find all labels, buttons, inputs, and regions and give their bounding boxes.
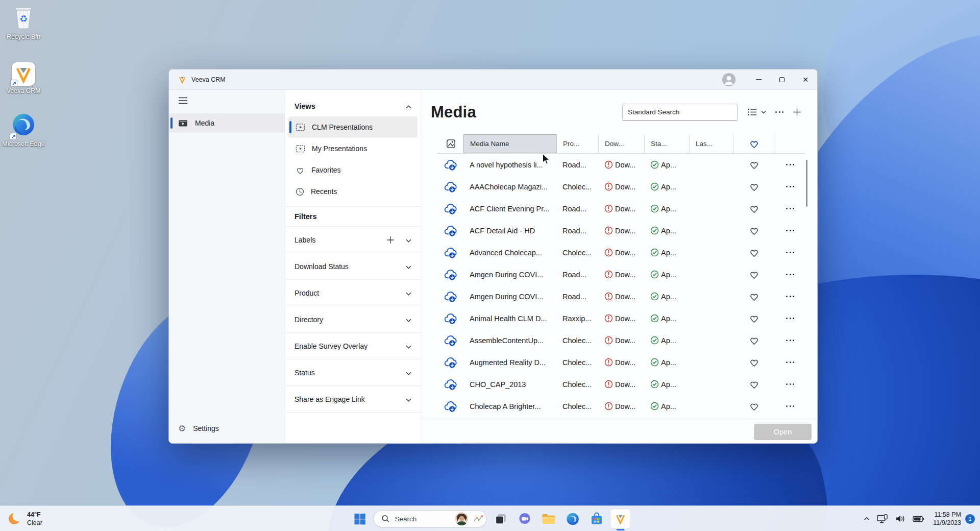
tray-date: 11/9/2023 (933, 519, 961, 527)
standard-search-input[interactable] (622, 104, 738, 121)
user-avatar[interactable] (722, 73, 736, 86)
open-button[interactable]: Open (754, 424, 812, 440)
desktop-icon-recycle-bin[interactable]: ♻ Recycle Bin (0, 5, 47, 41)
filters-header: Filters (285, 206, 421, 227)
weather-widget[interactable]: 44°F Clear (7, 506, 42, 531)
column-header-product[interactable]: Pro... (556, 134, 598, 153)
cloud-download-icon (438, 269, 463, 281)
sidebar-item-media[interactable]: Media (169, 113, 285, 133)
filter-row[interactable]: Download Status (285, 253, 421, 280)
taskbar-search[interactable]: Search (374, 510, 487, 527)
more-options-button[interactable] (771, 104, 788, 121)
table-row[interactable]: Augmented Reality D... Cholec... Dow... … (438, 351, 805, 373)
views-header[interactable]: Views (285, 96, 421, 116)
favorite-heart-button[interactable] (733, 357, 775, 367)
favorite-heart-button[interactable] (733, 292, 775, 301)
edge-button[interactable] (562, 509, 583, 529)
check-icon (650, 292, 659, 301)
view-item[interactable]: My Presentations (288, 138, 418, 159)
view-item[interactable]: CLM Presentations (288, 116, 418, 138)
table-scrollbar[interactable] (806, 160, 807, 207)
tray-network-button[interactable] (873, 514, 892, 523)
add-label-button[interactable] (386, 236, 395, 244)
tray-clock[interactable]: 11:58 PM 11/9/2023 (933, 511, 961, 527)
column-header-media-name[interactable]: Media Name (463, 134, 556, 153)
tray-chevron-up-button[interactable] (860, 517, 873, 521)
notification-badge[interactable]: 1 (965, 514, 975, 524)
row-more-button[interactable] (775, 252, 805, 253)
task-view-button[interactable] (491, 509, 511, 529)
file-explorer-button[interactable] (538, 509, 559, 529)
add-button[interactable] (788, 104, 806, 121)
filter-row[interactable]: Directory (285, 306, 421, 333)
close-button[interactable]: ✕ (794, 69, 817, 89)
chat-button[interactable] (514, 509, 535, 529)
column-header-favorite[interactable] (733, 134, 775, 153)
favorite-heart-button[interactable] (733, 182, 775, 191)
filter-row[interactable]: Product (285, 280, 421, 306)
cloud-download-icon (438, 203, 463, 215)
favorite-heart-button[interactable] (733, 204, 775, 213)
table-row[interactable]: Amgen During COVI... Road... Dow... Ap..… (438, 285, 805, 307)
column-header-last[interactable]: Las... (689, 134, 733, 153)
row-more-button[interactable] (775, 274, 805, 275)
check-icon (650, 314, 659, 323)
table-row[interactable]: Cholecap A Brighter... Cholec... Dow... … (438, 395, 805, 417)
favorite-heart-button[interactable] (733, 270, 775, 279)
favorite-heart-button[interactable] (733, 160, 775, 170)
table-row[interactable]: AssembleContentUp... Cholec... Dow... Ap… (438, 329, 805, 351)
favorite-heart-button[interactable] (733, 335, 775, 345)
tray-volume-button[interactable] (892, 515, 909, 523)
heart-icon (749, 401, 760, 411)
hamburger-menu-button[interactable] (178, 97, 188, 106)
minimize-button[interactable] (747, 69, 770, 89)
column-header-status[interactable]: Sta... (644, 134, 689, 153)
start-button[interactable] (350, 509, 370, 529)
favorite-heart-button[interactable] (733, 226, 775, 235)
table-row[interactable]: ACF Detail Aid - HD Road... Dow... Ap... (438, 220, 805, 242)
tray-time: 11:58 PM (933, 511, 961, 519)
microsoft-store-button[interactable] (586, 509, 607, 529)
table-row[interactable]: ACF Client Evening Pr... Road... Dow... … (438, 198, 805, 220)
view-item[interactable]: Recents (288, 181, 418, 202)
table-row[interactable]: Animal Health CLM D... Raxxip... Dow... … (438, 307, 805, 329)
row-more-button[interactable] (775, 361, 805, 363)
tray-battery-button[interactable] (909, 516, 928, 522)
row-more-button[interactable] (775, 383, 805, 385)
favorite-heart-button[interactable] (733, 379, 775, 389)
favorite-heart-button[interactable] (733, 248, 775, 257)
row-more-button[interactable] (775, 230, 805, 231)
alert-icon (604, 292, 613, 301)
favorite-heart-button[interactable] (733, 313, 775, 323)
favorite-heart-button[interactable] (733, 401, 775, 411)
row-more-button[interactable] (775, 186, 805, 187)
table-row[interactable]: Advanced Cholecap... Cholec... Dow... Ap… (438, 242, 805, 263)
column-header-download[interactable]: Dow... (598, 134, 644, 153)
veeva-crm-taskbar-button[interactable] (610, 509, 631, 529)
filter-row[interactable]: Enable Survey Overlay (285, 333, 421, 359)
heart-icon (749, 226, 760, 235)
desktop-icon-microsoft-edge[interactable]: Microsoft Edge (0, 112, 47, 149)
alert-icon (604, 248, 613, 257)
row-more-button[interactable] (775, 405, 805, 407)
row-more-button[interactable] (775, 340, 805, 341)
thumbnail-column-header[interactable] (438, 134, 463, 153)
table-row[interactable]: A novel hypothesis li... Road... Dow... … (438, 154, 805, 176)
maximize-button[interactable] (770, 69, 794, 89)
filter-row[interactable]: Labels (285, 227, 421, 253)
cloud-download-icon (438, 181, 463, 193)
sidebar-item-settings[interactable]: ⚙ Settings (169, 420, 285, 437)
table-row[interactable]: AAACholecap Magazi... Cholec... Dow... A… (438, 176, 805, 198)
list-view-button[interactable] (743, 104, 771, 121)
row-more-button[interactable] (775, 164, 805, 165)
desktop-icon-veeva-crm[interactable]: Veeva CRM (0, 62, 47, 95)
table-row[interactable]: Amgen During COVI... Road... Dow... Ap..… (438, 263, 805, 285)
cloud-download-icon (438, 291, 463, 303)
row-more-button[interactable] (775, 296, 805, 297)
view-item[interactable]: Favorites (288, 159, 418, 181)
row-more-button[interactable] (775, 318, 805, 319)
filter-row[interactable]: Share as Engage Link (285, 386, 421, 413)
row-more-button[interactable] (775, 208, 805, 209)
table-row[interactable]: CHO_CAP_2013 Cholec... Dow... Ap... (438, 373, 805, 395)
filter-row[interactable]: Status (285, 359, 421, 386)
